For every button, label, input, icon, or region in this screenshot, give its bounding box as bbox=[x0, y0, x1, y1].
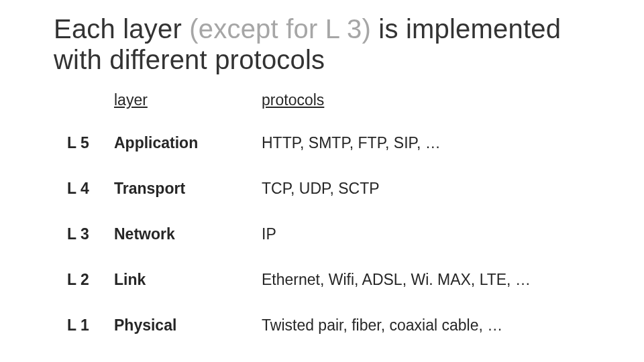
protocols-cell: HTTP, SMTP, FTP, SIP, … bbox=[262, 134, 590, 152]
level-label: L 4 bbox=[67, 180, 114, 198]
table-row: L 5 Application HTTP, SMTP, FTP, SIP, … bbox=[67, 107, 590, 152]
layer-name: Link bbox=[114, 271, 262, 289]
level-label: L 2 bbox=[67, 271, 114, 289]
layer-name: Network bbox=[114, 225, 262, 243]
slide: Each layer (except for L 3) is implement… bbox=[0, 0, 644, 335]
table-row: L 4 Transport TCP, UDP, SCTP bbox=[67, 152, 590, 198]
protocols-cell: Ethernet, Wifi, ADSL, Wi. MAX, LTE, … bbox=[262, 271, 590, 289]
layer-name: Physical bbox=[114, 316, 262, 335]
table-row: L 1 Physical Twisted pair, fiber, coaxia… bbox=[67, 289, 590, 335]
level-label: L 5 bbox=[67, 134, 114, 152]
layer-table: layer protocols L 5 Application HTTP, SM… bbox=[67, 91, 590, 335]
protocols-cell: Twisted pair, fiber, coaxial cable, … bbox=[262, 316, 590, 335]
layer-name: Transport bbox=[114, 180, 262, 198]
title-part1: Each layer bbox=[54, 14, 189, 44]
table-row: L 2 Link Ethernet, Wifi, ADSL, Wi. MAX, … bbox=[67, 243, 590, 289]
protocols-cell: IP bbox=[262, 225, 590, 243]
header-layer: layer bbox=[114, 91, 262, 109]
table-header-row: layer protocols bbox=[67, 91, 590, 109]
title-gray: (except for L 3) bbox=[189, 14, 371, 44]
slide-title: Each layer (except for L 3) is implement… bbox=[54, 13, 590, 75]
level-label: L 1 bbox=[67, 316, 114, 335]
header-protocols: protocols bbox=[262, 91, 590, 109]
table-row: L 3 Network IP bbox=[67, 198, 590, 243]
layer-name: Application bbox=[114, 134, 262, 152]
protocols-cell: TCP, UDP, SCTP bbox=[262, 180, 590, 198]
level-label: L 3 bbox=[67, 225, 114, 243]
